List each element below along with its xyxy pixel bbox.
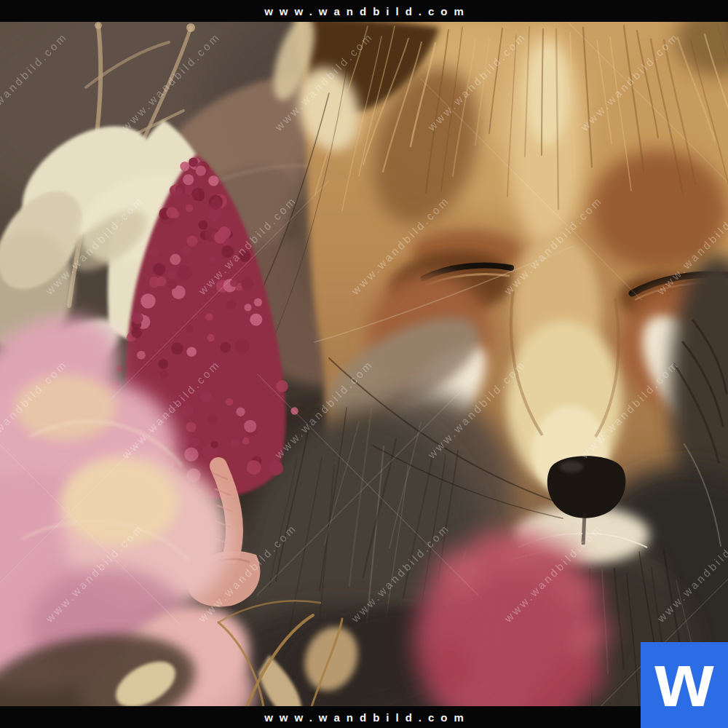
- berry-bump: [231, 439, 240, 448]
- berry-bump: [186, 422, 196, 432]
- berry-bump: [205, 313, 213, 320]
- berry-bump: [141, 293, 156, 309]
- berry-bump: [189, 157, 198, 167]
- berry-bump: [186, 325, 194, 333]
- berry-bump: [250, 313, 262, 325]
- berry-bump: [187, 235, 198, 246]
- berry-bump: [180, 162, 189, 171]
- berry-bump: [160, 371, 168, 379]
- berry-bump: [184, 448, 198, 462]
- bottom-watermark-bar: www.wandbild.com: [0, 706, 728, 728]
- berry-bump: [254, 298, 262, 306]
- berry-bump: [247, 460, 261, 475]
- berry-bump: [137, 351, 146, 360]
- berry-bump: [159, 359, 168, 368]
- berry-bump: [171, 343, 183, 355]
- berry-bump: [209, 213, 218, 222]
- berry-bump: [244, 304, 251, 311]
- berry-bump: [183, 174, 194, 185]
- berry-bump: [234, 339, 250, 354]
- product-image-canvas: www.wandbild.comwww.wandbild.comwww.wand…: [0, 0, 728, 728]
- berry-bump: [241, 277, 253, 290]
- berry-bump: [167, 269, 177, 279]
- berry-bump: [149, 246, 159, 256]
- berry-bump: [182, 246, 191, 255]
- berry-bump: [132, 312, 143, 324]
- berry-bump: [269, 462, 283, 475]
- brand-logo-letter: w: [655, 642, 714, 718]
- berry-bump: [177, 266, 192, 281]
- berry-bump: [176, 188, 183, 194]
- berry-bump: [242, 438, 250, 445]
- berry-bump: [196, 165, 206, 175]
- berry-bump: [214, 232, 226, 244]
- berry-bump: [199, 221, 208, 230]
- berry-bump: [186, 347, 197, 357]
- berry-bump: [170, 254, 181, 265]
- berry-bump: [208, 175, 218, 186]
- berry-bump: [276, 380, 288, 392]
- berry-bump: [230, 279, 238, 287]
- berry-bump: [200, 392, 211, 403]
- berry-bump: [226, 300, 236, 309]
- berry-bump: [178, 437, 189, 448]
- berry-bump: [220, 342, 231, 353]
- berry-bump: [186, 205, 193, 212]
- berry-bump: [167, 280, 177, 289]
- berry-bump: [211, 441, 218, 448]
- berry-bump: [181, 404, 194, 416]
- brand-logo-badge: w: [641, 642, 728, 728]
- berry-bump: [226, 398, 234, 406]
- berry-bump: [166, 207, 178, 218]
- berry-bump: [153, 263, 165, 275]
- berry-bump: [209, 256, 216, 264]
- berry-bump: [208, 415, 218, 424]
- berry-bump: [132, 328, 143, 339]
- bottom-bar-url-text: www.wandbild.com: [258, 711, 470, 724]
- top-watermark-bar: www.wandbild.com: [0, 0, 728, 22]
- berry-bump: [244, 420, 256, 432]
- berry-bump: [236, 408, 245, 416]
- berry-bump: [191, 188, 205, 201]
- berry-bump: [207, 334, 214, 341]
- top-bar-url-text: www.wandbild.com: [258, 5, 470, 17]
- berry-bump: [157, 277, 166, 286]
- berry-bump: [210, 198, 221, 210]
- berry-bump: [191, 438, 199, 446]
